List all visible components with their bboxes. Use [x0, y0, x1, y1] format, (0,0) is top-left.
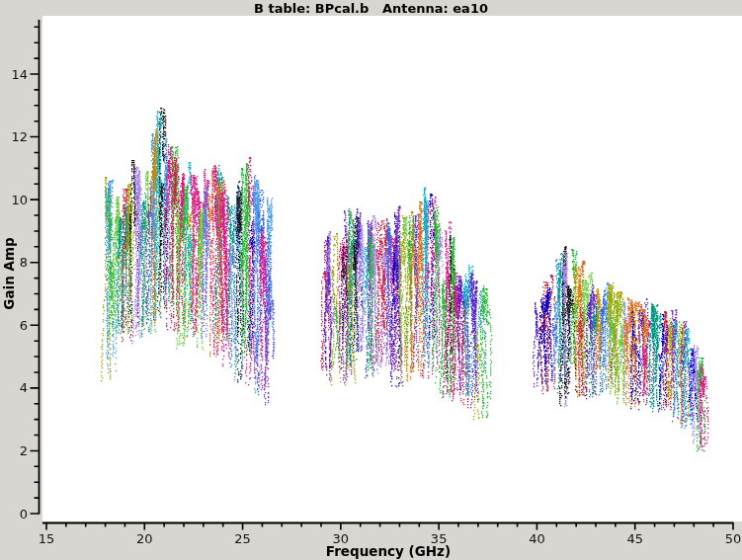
y-tick-label: 6: [4, 318, 28, 333]
gain-vs-frequency-plot[interactable]: [0, 0, 742, 560]
x-tick-label: 20: [128, 531, 160, 546]
x-tick-label: 35: [423, 531, 454, 546]
x-tick-label: 50: [717, 531, 742, 546]
x-tick-label: 45: [619, 531, 651, 546]
x-tick-label: 30: [325, 531, 357, 546]
x-axis-title: Frequency (GHz): [289, 543, 487, 559]
x-tick-label: 15: [31, 531, 62, 546]
y-tick-label: 2: [4, 443, 28, 458]
y-tick-label: 12: [4, 129, 28, 144]
x-tick-label: 40: [521, 531, 552, 546]
y-tick-label: 4: [4, 380, 28, 395]
y-tick-label: 8: [4, 255, 28, 270]
x-tick-label: 25: [227, 531, 259, 546]
plot-window: B table: BPcal.b Antenna: ea10 Gain Amp …: [0, 0, 742, 560]
y-tick-label: 0: [4, 507, 28, 521]
y-tick-label: 14: [4, 67, 28, 82]
plot-title: B table: BPcal.b Antenna: ea10: [0, 1, 742, 16]
y-tick-label: 10: [4, 193, 28, 207]
